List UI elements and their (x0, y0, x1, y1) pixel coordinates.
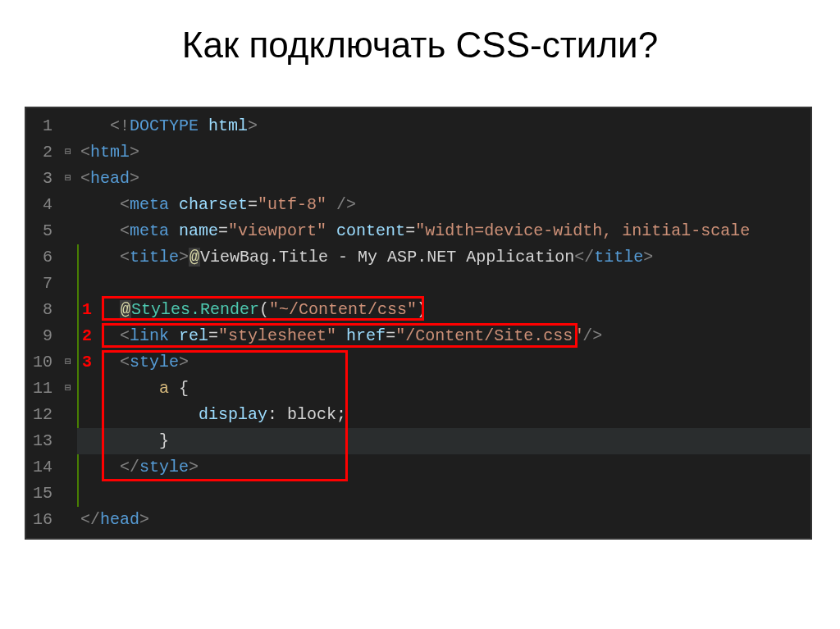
line-number: 11 (30, 376, 52, 402)
line-number: 13 (30, 428, 52, 454)
annotation-3: 3 (82, 349, 92, 376)
code-line: <!DOCTYPE html> (77, 113, 810, 139)
code-line: @Styles.Render("~/Content/css") (77, 297, 810, 323)
code-editor[interactable]: 1 2 3 4 5 6 7 8 9 10 11 12 13 14 15 16 ⊟ (26, 108, 810, 538)
code-line: <head> (77, 166, 810, 192)
code-line (77, 481, 810, 507)
line-number: 3 (30, 166, 52, 192)
code-line: <html> (77, 139, 810, 166)
line-number-gutter: 1 2 3 4 5 6 7 8 9 10 11 12 13 14 15 16 (26, 108, 59, 538)
code-line: <style> (77, 349, 810, 376)
code-line: <link rel="stylesheet" href="/Content/Si… (77, 323, 810, 349)
line-number: 8 (30, 297, 52, 323)
line-number: 5 (30, 218, 52, 244)
line-number: 9 (30, 323, 52, 349)
line-number: 6 (30, 244, 52, 271)
code-line: </style> (77, 454, 810, 481)
slide-title: Как подключать CSS-стили? (0, 25, 840, 66)
code-line: a { (77, 376, 810, 402)
code-line: </head> (77, 507, 810, 533)
fold-minus-icon[interactable]: ⊟ (59, 139, 77, 166)
line-number: 2 (30, 139, 52, 166)
code-line: } (77, 428, 810, 454)
line-number: 7 (30, 271, 52, 297)
line-number: 15 (30, 481, 52, 507)
fold-minus-icon[interactable]: ⊟ (59, 349, 77, 376)
annotation-2: 2 (82, 323, 92, 349)
annotation-1: 1 (82, 297, 92, 323)
code-area[interactable]: 1 2 3 <!DOCTYPE html> <html> <head> <met… (77, 108, 810, 538)
line-number: 16 (30, 507, 52, 533)
line-number: 14 (30, 454, 52, 481)
code-line (77, 271, 810, 297)
line-number: 12 (30, 402, 52, 428)
fold-column: ⊟ ⊟ ⊟ ⊟ (59, 108, 77, 538)
line-number: 1 (30, 113, 52, 139)
code-line: <meta name="viewport" content="width=dev… (77, 218, 810, 244)
code-editor-frame: 1 2 3 4 5 6 7 8 9 10 11 12 13 14 15 16 ⊟ (25, 107, 812, 540)
fold-minus-icon[interactable]: ⊟ (59, 166, 77, 192)
code-line: <meta charset="utf-8" /> (77, 192, 810, 218)
line-number: 10 (30, 349, 52, 376)
line-number: 4 (30, 192, 52, 218)
code-line: display: block; (77, 402, 810, 428)
fold-minus-icon[interactable]: ⊟ (59, 376, 77, 402)
code-line: <title>@ViewBag.Title - My ASP.NET Appli… (77, 244, 810, 271)
